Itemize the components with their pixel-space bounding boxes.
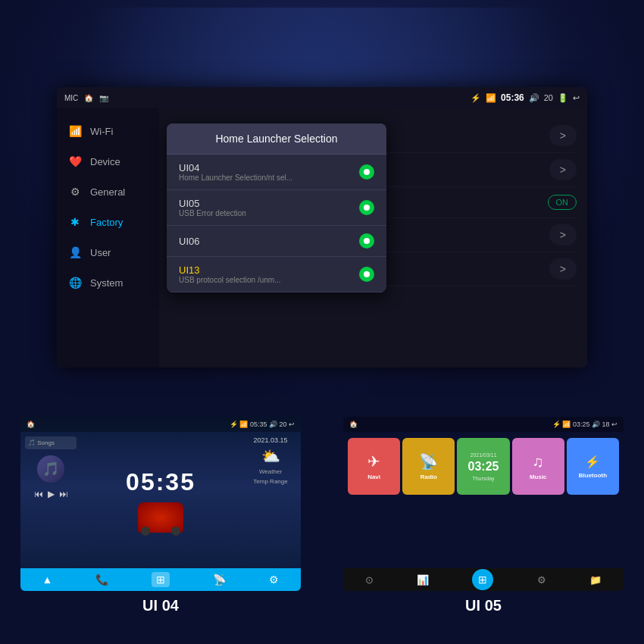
ui05-label: UI05 xyxy=(179,198,246,209)
ui06-radio-inner xyxy=(364,238,370,244)
sidebar-item-system[interactable]: 🌐 System xyxy=(57,267,159,298)
ui04-wifi-icon: 📶 xyxy=(239,420,248,428)
sidebar-label-factory: Factory xyxy=(90,217,123,228)
app-tile-bluetooth[interactable]: ⚡ Bluetooth xyxy=(567,438,619,495)
next-btn[interactable]: ⏭ xyxy=(59,489,68,499)
status-left: MIC 🏠 📷 xyxy=(64,94,108,102)
ui04-status-right: ⚡ 📶 05:35 🔊 20 ↩ xyxy=(230,420,295,428)
wifi-icon: 📶 xyxy=(67,123,83,139)
ui04-label: UI04 xyxy=(179,162,292,174)
datetime-date: 2021/03/11 xyxy=(470,452,496,458)
navi-icon: ✈ xyxy=(367,452,380,470)
camera-icon: 📷 xyxy=(99,94,108,102)
battery-level: 20 xyxy=(544,93,553,102)
ui04-screen: 🏠 ⚡ 📶 05:35 🔊 20 ↩ 🎵 xyxy=(20,417,301,591)
dialog-option-ui05[interactable]: UI05 USB Error detection xyxy=(167,190,386,226)
dialog-option-ui13[interactable]: UI13 USB protocol selection /unm... xyxy=(167,257,386,292)
sidebar-item-general[interactable]: ⚙ General xyxy=(57,177,159,207)
ui05-nav-home-active[interactable]: ⊞ xyxy=(472,569,493,590)
sidebar-item-device[interactable]: ❤️ Device xyxy=(57,146,159,177)
dialog-option-ui06-text: UI06 xyxy=(179,236,199,247)
dialog-title: Home Launcher Selection xyxy=(167,123,386,155)
ui04-vol: 🔊 xyxy=(269,420,277,428)
sidebar-label-wifi: Wi-Fi xyxy=(90,126,113,137)
nav-location[interactable]: ▲ xyxy=(42,574,53,586)
status-right: ⚡ 📶 05:36 🔊 20 🔋 ↩ xyxy=(470,92,580,103)
dialog-option-ui04[interactable]: UI04 Home Launcher Selection/nt sel... xyxy=(167,155,386,190)
ui04-right: 2021.03.15 ⛅ Weather Temp Range xyxy=(240,432,301,568)
app-tile-music[interactable]: ♫ Music xyxy=(512,438,564,495)
ui05-nav-folder[interactable]: 📁 xyxy=(589,574,602,586)
ui04-battery: 20 xyxy=(279,420,286,428)
prev-btn[interactable]: ⏮ xyxy=(34,489,43,499)
ui05-back: ↩ xyxy=(611,420,617,428)
weather-label: Weather xyxy=(259,468,282,475)
user-icon: 👤 xyxy=(67,245,83,260)
ui04-time: 05:35 xyxy=(250,420,267,428)
mic-label: MIC xyxy=(64,94,78,102)
ui05-radio-inner xyxy=(364,205,370,211)
ui05-home-icon: 🏠 xyxy=(349,420,358,428)
navi-label: Navi xyxy=(367,474,380,480)
app-tile-navi[interactable]: ✈ Navi xyxy=(348,438,400,495)
ui05-battery: 18 xyxy=(602,420,609,428)
music-disc-icon: 🎵 xyxy=(37,455,64,483)
ui04-back: ↩ xyxy=(289,420,295,428)
nav-settings[interactable]: ⚙ xyxy=(269,574,279,586)
app-tile-datetime[interactable]: 2021/03/11 03:25 Thursday xyxy=(457,438,509,495)
nav-phone[interactable]: 📞 xyxy=(95,574,108,586)
ui04-bt-icon: ⚡ xyxy=(230,420,238,428)
main-screen: MIC 🏠 📷 ⚡ 📶 05:36 🔊 20 🔋 ↩ RST 📶 Wi-Fi ❤… xyxy=(57,87,587,367)
system-icon: 🌐 xyxy=(67,275,83,290)
volume-icon: 🔊 xyxy=(529,93,539,103)
ui13-radio xyxy=(359,267,374,282)
device-icon: ❤️ xyxy=(67,154,83,169)
ui05-screen: 🏠 ⚡ 📶 03:25 🔊 18 ↩ ✈ Navi xyxy=(343,417,624,591)
car-visual xyxy=(138,502,183,533)
home-launcher-dialog: Home Launcher Selection UI04 Home Launch… xyxy=(167,123,386,292)
ui04-navbar: ▲ 📞 ⊞ 📡 ⚙ xyxy=(20,568,301,591)
sidebar-label-system: System xyxy=(90,277,123,289)
ui05-bt-icon: ⚡ xyxy=(552,420,561,428)
dialog-overlay: Home Launcher Selection UI04 Home Launch… xyxy=(159,108,587,367)
ui13-sublabel: USB protocol selection /unm... xyxy=(179,276,281,284)
dialog-option-ui13-text: UI13 USB protocol selection /unm... xyxy=(179,264,281,284)
ui04-big-time: 05:35 xyxy=(126,468,195,496)
ui04-sublabel: Home Launcher Selection/nt sel... xyxy=(179,174,292,182)
nav-radio[interactable]: 📡 xyxy=(213,574,226,586)
ui05-app-grid: ✈ Navi 📡 Radio 2021/03/11 03:25 Thursday… xyxy=(343,432,624,501)
ui05-nav-gear[interactable]: ⚙ xyxy=(537,574,546,586)
wifi-status-icon: 📶 xyxy=(486,93,496,103)
ui05-nav-stats[interactable]: 📊 xyxy=(417,574,429,586)
ui05-statusbar: 🏠 ⚡ 📶 03:25 🔊 18 ↩ xyxy=(343,417,624,432)
ui04-status-left: 🏠 xyxy=(27,420,35,428)
ui05-navbar: ⊙ 📊 ⊞ ⚙ 📁 xyxy=(343,568,624,591)
play-btn[interactable]: ▶ xyxy=(48,489,55,499)
radio-icon: 📡 xyxy=(419,452,438,470)
ui05-status-left: 🏠 xyxy=(349,420,358,428)
ui04-center: 05:35 xyxy=(81,432,240,568)
ui05-nav-settings2[interactable]: ⊙ xyxy=(365,574,374,586)
nav-home-active[interactable]: ⊞ xyxy=(152,572,170,587)
ui05-vol: 🔊 xyxy=(592,420,600,428)
back-icon[interactable]: ↩ xyxy=(573,93,580,103)
sidebar-label-device: Device xyxy=(90,156,120,167)
song-widget: 🎵 Songs xyxy=(25,436,77,449)
dialog-option-ui06[interactable]: UI06 xyxy=(167,226,386,257)
sidebar-label-general: General xyxy=(90,186,125,198)
app-tile-radio[interactable]: 📡 Radio xyxy=(402,438,455,495)
status-time: 05:36 xyxy=(501,92,524,103)
sidebar-item-factory[interactable]: ✱ Factory xyxy=(57,207,159,237)
bluetooth-icon: ⚡ xyxy=(585,455,600,469)
sidebar-item-user[interactable]: 👤 User xyxy=(57,237,159,267)
sidebar-item-wifi[interactable]: 📶 Wi-Fi xyxy=(57,116,159,146)
factory-icon: ✱ xyxy=(67,214,83,230)
general-icon: ⚙ xyxy=(67,184,83,199)
ui04-radio xyxy=(359,164,374,180)
ui04-date: 2021.03.15 xyxy=(253,436,287,444)
ui04-panel-label: UI 04 xyxy=(142,597,179,614)
ui05-panel-label: UI 05 xyxy=(465,597,502,614)
ui04-statusbar: 🏠 ⚡ 📶 05:35 🔊 20 ↩ xyxy=(20,417,301,432)
ui05-wifi-icon: 📶 xyxy=(562,420,571,428)
ui04-radio-inner xyxy=(364,169,370,175)
